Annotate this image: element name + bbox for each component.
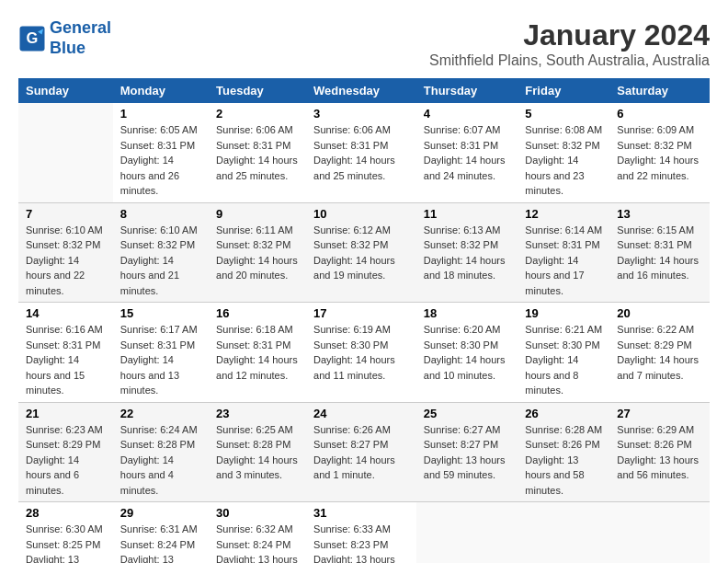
page-header: G General Blue January 2024 Smithfield P… xyxy=(18,18,710,69)
day-number: 24 xyxy=(313,407,409,420)
day-info: Sunrise: 6:17 AMSunset: 8:31 PMDaylight:… xyxy=(120,322,201,398)
calendar-cell: 6Sunrise: 6:09 AMSunset: 8:32 PMDaylight… xyxy=(609,103,710,202)
day-number: 19 xyxy=(525,306,602,320)
column-header-friday: Friday xyxy=(518,78,609,103)
day-info: Sunrise: 6:15 AMSunset: 8:31 PMDaylight:… xyxy=(617,223,702,283)
calendar-cell: 10Sunrise: 6:12 AMSunset: 8:32 PMDayligh… xyxy=(306,202,416,303)
day-info: Sunrise: 6:33 AMSunset: 8:23 PMDaylight:… xyxy=(313,522,409,563)
day-info: Sunrise: 6:20 AMSunset: 8:30 PMDaylight:… xyxy=(424,322,511,383)
day-number: 4 xyxy=(424,107,511,121)
day-number: 16 xyxy=(216,306,299,320)
day-info: Sunrise: 6:11 AMSunset: 8:32 PMDaylight:… xyxy=(216,223,299,283)
logo-line1: General xyxy=(50,18,111,37)
day-info: Sunrise: 6:25 AMSunset: 8:28 PMDaylight:… xyxy=(216,422,299,483)
calendar-cell: 24Sunrise: 6:26 AMSunset: 8:27 PMDayligh… xyxy=(306,402,416,502)
day-info: Sunrise: 6:13 AMSunset: 8:32 PMDaylight:… xyxy=(424,223,511,283)
calendar-cell: 16Sunrise: 6:18 AMSunset: 8:31 PMDayligh… xyxy=(209,303,306,403)
day-number: 22 xyxy=(120,407,201,420)
calendar-cell: 19Sunrise: 6:21 AMSunset: 8:30 PMDayligh… xyxy=(518,303,609,403)
day-number: 17 xyxy=(313,306,409,320)
day-info: Sunrise: 6:24 AMSunset: 8:28 PMDaylight:… xyxy=(120,422,201,499)
day-number: 30 xyxy=(216,506,299,520)
week-row-1: 1Sunrise: 6:05 AMSunset: 8:31 PMDaylight… xyxy=(18,103,710,202)
page-subtitle: Smithfield Plains, South Australia, Aust… xyxy=(429,52,710,69)
calendar-cell xyxy=(518,502,609,564)
day-number: 14 xyxy=(26,306,106,320)
day-info: Sunrise: 6:09 AMSunset: 8:32 PMDaylight:… xyxy=(617,122,702,183)
day-number: 3 xyxy=(313,107,409,121)
day-number: 12 xyxy=(525,207,602,221)
calendar-cell xyxy=(18,103,113,202)
day-info: Sunrise: 6:12 AMSunset: 8:32 PMDaylight:… xyxy=(313,223,409,283)
day-info: Sunrise: 6:27 AMSunset: 8:27 PMDaylight:… xyxy=(424,422,511,483)
column-header-sunday: Sunday xyxy=(18,78,113,103)
column-header-thursday: Thursday xyxy=(416,78,518,103)
logo-line2: Blue xyxy=(50,39,85,57)
page-title: January 2024 xyxy=(429,18,710,52)
day-info: Sunrise: 6:21 AMSunset: 8:30 PMDaylight:… xyxy=(525,322,602,398)
calendar-cell: 3Sunrise: 6:06 AMSunset: 8:31 PMDaylight… xyxy=(306,103,416,202)
day-info: Sunrise: 6:07 AMSunset: 8:31 PMDaylight:… xyxy=(424,122,511,183)
calendar-cell: 13Sunrise: 6:15 AMSunset: 8:31 PMDayligh… xyxy=(609,202,710,303)
calendar-cell: 21Sunrise: 6:23 AMSunset: 8:29 PMDayligh… xyxy=(18,402,113,502)
logo: G General Blue xyxy=(18,18,111,58)
day-info: Sunrise: 6:22 AMSunset: 8:29 PMDaylight:… xyxy=(617,322,702,383)
day-info: Sunrise: 6:18 AMSunset: 8:31 PMDaylight:… xyxy=(216,322,299,383)
day-number: 1 xyxy=(120,107,201,121)
svg-text:G: G xyxy=(27,29,39,45)
calendar-cell: 31Sunrise: 6:33 AMSunset: 8:23 PMDayligh… xyxy=(306,502,416,564)
calendar-cell: 14Sunrise: 6:16 AMSunset: 8:31 PMDayligh… xyxy=(18,303,113,403)
calendar-table: SundayMondayTuesdayWednesdayThursdayFrid… xyxy=(18,78,710,563)
calendar-cell: 12Sunrise: 6:14 AMSunset: 8:31 PMDayligh… xyxy=(518,202,609,303)
day-info: Sunrise: 6:26 AMSunset: 8:27 PMDaylight:… xyxy=(313,422,409,483)
day-number: 18 xyxy=(424,306,511,320)
calendar-cell: 28Sunrise: 6:30 AMSunset: 8:25 PMDayligh… xyxy=(18,502,113,564)
day-info: Sunrise: 6:29 AMSunset: 8:26 PMDaylight:… xyxy=(617,422,702,483)
calendar-cell: 29Sunrise: 6:31 AMSunset: 8:24 PMDayligh… xyxy=(113,502,209,564)
calendar-cell: 20Sunrise: 6:22 AMSunset: 8:29 PMDayligh… xyxy=(609,303,710,403)
day-number: 10 xyxy=(313,207,409,221)
week-row-2: 7Sunrise: 6:10 AMSunset: 8:32 PMDaylight… xyxy=(18,202,710,303)
day-number: 27 xyxy=(617,407,702,420)
day-info: Sunrise: 6:06 AMSunset: 8:31 PMDaylight:… xyxy=(216,122,299,183)
column-header-monday: Monday xyxy=(113,78,209,103)
calendar-cell: 25Sunrise: 6:27 AMSunset: 8:27 PMDayligh… xyxy=(416,402,518,502)
day-info: Sunrise: 6:10 AMSunset: 8:32 PMDaylight:… xyxy=(120,223,201,299)
calendar-cell: 30Sunrise: 6:32 AMSunset: 8:24 PMDayligh… xyxy=(209,502,306,564)
day-info: Sunrise: 6:32 AMSunset: 8:24 PMDaylight:… xyxy=(216,522,299,563)
calendar-cell: 2Sunrise: 6:06 AMSunset: 8:31 PMDaylight… xyxy=(209,103,306,202)
calendar-cell: 26Sunrise: 6:28 AMSunset: 8:26 PMDayligh… xyxy=(518,402,609,502)
day-info: Sunrise: 6:06 AMSunset: 8:31 PMDaylight:… xyxy=(313,122,409,183)
week-row-4: 21Sunrise: 6:23 AMSunset: 8:29 PMDayligh… xyxy=(18,402,710,502)
calendar-cell: 18Sunrise: 6:20 AMSunset: 8:30 PMDayligh… xyxy=(416,303,518,403)
day-info: Sunrise: 6:05 AMSunset: 8:31 PMDaylight:… xyxy=(120,122,201,199)
calendar-cell: 11Sunrise: 6:13 AMSunset: 8:32 PMDayligh… xyxy=(416,202,518,303)
day-info: Sunrise: 6:08 AMSunset: 8:32 PMDaylight:… xyxy=(525,122,602,199)
calendar-cell: 27Sunrise: 6:29 AMSunset: 8:26 PMDayligh… xyxy=(609,402,710,502)
day-info: Sunrise: 6:31 AMSunset: 8:24 PMDaylight:… xyxy=(120,522,201,563)
day-number: 8 xyxy=(120,207,201,221)
calendar-cell: 7Sunrise: 6:10 AMSunset: 8:32 PMDaylight… xyxy=(18,202,113,303)
day-number: 2 xyxy=(216,107,299,121)
day-number: 5 xyxy=(525,107,602,121)
calendar-cell: 9Sunrise: 6:11 AMSunset: 8:32 PMDaylight… xyxy=(209,202,306,303)
day-number: 26 xyxy=(525,407,602,420)
day-number: 29 xyxy=(120,506,201,520)
logo-text: General Blue xyxy=(50,18,111,58)
day-info: Sunrise: 6:14 AMSunset: 8:31 PMDaylight:… xyxy=(525,223,602,299)
day-info: Sunrise: 6:19 AMSunset: 8:30 PMDaylight:… xyxy=(313,322,409,383)
day-number: 7 xyxy=(26,207,106,221)
calendar-cell: 8Sunrise: 6:10 AMSunset: 8:32 PMDaylight… xyxy=(113,202,209,303)
day-info: Sunrise: 6:16 AMSunset: 8:31 PMDaylight:… xyxy=(26,322,106,398)
day-number: 13 xyxy=(617,207,702,221)
logo-icon: G xyxy=(18,25,46,52)
day-info: Sunrise: 6:10 AMSunset: 8:32 PMDaylight:… xyxy=(26,223,106,299)
day-number: 23 xyxy=(216,407,299,420)
day-number: 9 xyxy=(216,207,299,221)
day-info: Sunrise: 6:23 AMSunset: 8:29 PMDaylight:… xyxy=(26,422,106,499)
day-number: 11 xyxy=(424,207,511,221)
day-number: 31 xyxy=(313,506,409,520)
day-number: 15 xyxy=(120,306,201,320)
column-header-tuesday: Tuesday xyxy=(209,78,306,103)
day-number: 6 xyxy=(617,107,702,121)
